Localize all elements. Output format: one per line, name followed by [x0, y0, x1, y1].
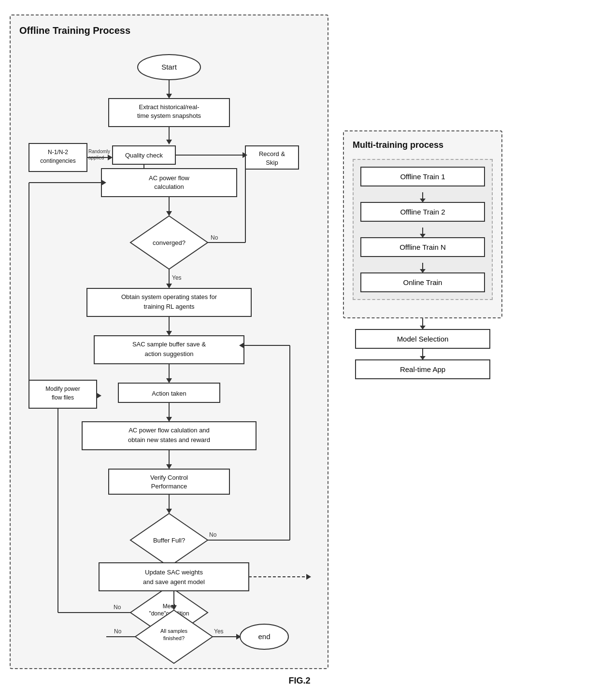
svg-text:Record &: Record & — [259, 150, 285, 157]
svg-text:Randomly: Randomly — [88, 149, 110, 154]
svg-text:flow files: flow files — [52, 394, 74, 401]
svg-text:Start: Start — [161, 63, 177, 71]
model-selection: Model Selection — [355, 329, 490, 349]
svg-marker-13 — [108, 155, 113, 160]
offline-train-n: Offline Train N — [360, 237, 485, 257]
svg-rect-39 — [87, 288, 251, 316]
svg-text:N-1/N-2: N-1/N-2 — [48, 149, 68, 156]
multi-box-title: Multi-training process — [353, 140, 493, 150]
svg-rect-53 — [82, 422, 256, 450]
arrow-between-trains-2 — [422, 228, 423, 237]
svg-text:No: No — [209, 531, 217, 538]
svg-rect-58 — [109, 469, 229, 494]
svg-marker-8 — [166, 140, 172, 144]
svg-marker-62 — [166, 509, 172, 514]
svg-text:Yes: Yes — [214, 628, 224, 635]
svg-marker-43 — [166, 331, 172, 336]
realtime-app: Real-time App — [355, 359, 490, 379]
svg-text:obtain new states and reward: obtain new states and reward — [128, 436, 210, 443]
arrow-between-trains — [422, 192, 423, 202]
offline-train-1: Offline Train 1 — [360, 167, 485, 186]
svg-text:Obtain system operating states: Obtain system operating states for — [121, 293, 217, 300]
svg-text:action suggestion: action suggestion — [144, 350, 193, 357]
online-train: Online Train — [360, 272, 485, 292]
lower-svg: Update SAC weights and save agent model … — [14, 558, 333, 693]
multi-training-box: Multi-training process Offline Train 1 O… — [343, 130, 502, 318]
svg-text:Action taken: Action taken — [152, 390, 186, 397]
svg-text:AC power flow calulation and: AC power flow calulation and — [128, 427, 210, 434]
svg-marker-48 — [166, 378, 172, 383]
svg-text:AC power flow: AC power flow — [149, 174, 189, 182]
svg-rect-44 — [94, 336, 244, 364]
svg-text:time system snapshots: time system snapshots — [137, 112, 201, 119]
svg-text:Modify power: Modify power — [45, 386, 80, 392]
svg-text:Buffer Full?: Buffer Full? — [153, 537, 185, 544]
offline-train-2: Offline Train 2 — [360, 202, 485, 222]
svg-rect-26 — [101, 169, 237, 197]
svg-marker-3 — [166, 94, 172, 99]
svg-text:Update SAC weights: Update SAC weights — [145, 569, 203, 576]
svg-marker-96 — [171, 605, 177, 610]
svg-text:converged?: converged? — [153, 239, 185, 246]
svg-text:Skip: Skip — [266, 159, 278, 166]
svg-text:and save agent model: and save agent model — [143, 578, 205, 586]
svg-marker-37 — [166, 284, 172, 288]
multi-inner-box: Offline Train 1 Offline Train 2 Offline … — [353, 159, 493, 300]
svg-rect-90 — [99, 563, 249, 591]
svg-text:contingencies: contingencies — [40, 157, 75, 164]
lower-flowchart: Update SAC weights and save agent model … — [14, 558, 594, 695]
svg-marker-81 — [97, 393, 101, 399]
svg-text:All samples: All samples — [160, 628, 188, 634]
offline-box-title: Offline Training Process — [19, 25, 319, 36]
svg-marker-30 — [166, 211, 172, 216]
svg-text:Extract historical/real-: Extract historical/real- — [139, 103, 200, 111]
svg-text:Performance: Performance — [151, 483, 187, 490]
svg-text:SAC sample buffer save &: SAC sample buffer save & — [132, 341, 206, 348]
svg-marker-52 — [166, 417, 172, 422]
arrow-to-online — [422, 263, 423, 272]
svg-text:applied: applied — [88, 155, 104, 160]
svg-text:Yes: Yes — [172, 274, 182, 281]
svg-marker-94 — [306, 574, 311, 580]
svg-text:No: No — [211, 234, 218, 241]
svg-text:calculation: calculation — [154, 183, 184, 190]
svg-text:No: No — [114, 628, 122, 635]
svg-text:finished?: finished? — [163, 635, 185, 641]
svg-text:Quality check: Quality check — [125, 152, 163, 159]
svg-text:end: end — [258, 632, 270, 641]
svg-text:training RL agents: training RL agents — [143, 303, 195, 310]
svg-text:Verify Control: Verify Control — [150, 474, 188, 481]
svg-marker-57 — [166, 464, 172, 469]
